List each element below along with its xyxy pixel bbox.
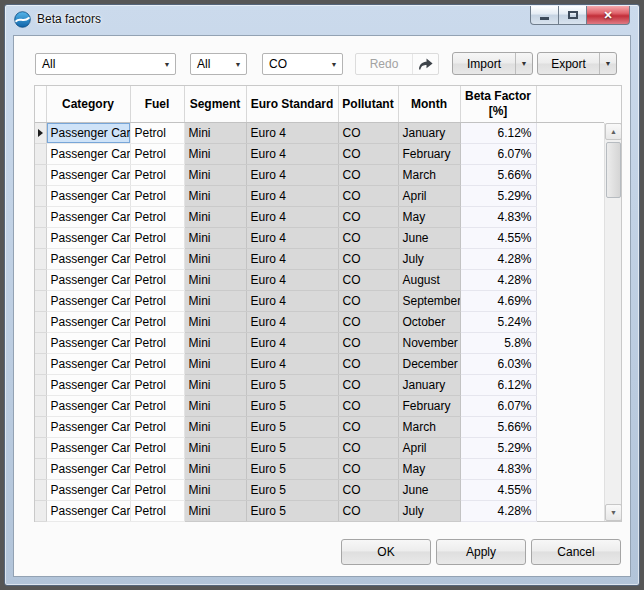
- row-indicator-cell[interactable]: [35, 248, 46, 269]
- grid-cell[interactable]: August: [398, 269, 460, 290]
- grid-cell[interactable]: Petrol: [130, 311, 184, 332]
- grid-cell[interactable]: Passenger Cars: [46, 248, 130, 269]
- row-indicator-cell[interactable]: [35, 164, 46, 185]
- grid-cell[interactable]: 4.83%: [460, 458, 536, 479]
- grid-cell[interactable]: Euro 4: [246, 164, 338, 185]
- grid-cell[interactable]: May: [398, 458, 460, 479]
- maximize-button[interactable]: [558, 6, 587, 25]
- grid-cell[interactable]: Euro 4: [246, 269, 338, 290]
- grid-cell[interactable]: Petrol: [130, 227, 184, 248]
- export-button[interactable]: Export ▼: [537, 52, 617, 75]
- row-indicator-cell[interactable]: [35, 290, 46, 311]
- grid-cell[interactable]: Mini: [184, 122, 246, 143]
- grid-cell[interactable]: Mini: [184, 206, 246, 227]
- grid-cell[interactable]: Petrol: [130, 143, 184, 164]
- cancel-button[interactable]: Cancel: [531, 539, 621, 565]
- grid-cell[interactable]: Petrol: [130, 248, 184, 269]
- grid-cell[interactable]: Petrol: [130, 374, 184, 395]
- grid-cell[interactable]: Mini: [184, 248, 246, 269]
- row-indicator-cell[interactable]: [35, 500, 46, 521]
- row-indicator-cell[interactable]: [35, 416, 46, 437]
- grid-cell[interactable]: Petrol: [130, 122, 184, 143]
- grid-cell[interactable]: Petrol: [130, 416, 184, 437]
- grid-cell[interactable]: Mini: [184, 374, 246, 395]
- grid-cell[interactable]: 4.83%: [460, 206, 536, 227]
- grid-cell[interactable]: December: [398, 353, 460, 374]
- grid-cell[interactable]: 6.07%: [460, 395, 536, 416]
- grid-cell[interactable]: Euro 4: [246, 311, 338, 332]
- row-indicator-cell[interactable]: [35, 437, 46, 458]
- grid-cell[interactable]: CO: [338, 122, 398, 143]
- grid-cell[interactable]: Petrol: [130, 332, 184, 353]
- grid-cell[interactable]: 6.03%: [460, 353, 536, 374]
- grid-cell[interactable]: April: [398, 437, 460, 458]
- grid-cell[interactable]: 4.55%: [460, 479, 536, 500]
- grid-cell[interactable]: Mini: [184, 164, 246, 185]
- ok-button[interactable]: OK: [341, 539, 431, 565]
- minimize-button[interactable]: [530, 6, 559, 25]
- grid-cell[interactable]: February: [398, 395, 460, 416]
- grid-cell[interactable]: Mini: [184, 353, 246, 374]
- grid-cell[interactable]: 4.28%: [460, 248, 536, 269]
- grid-cell[interactable]: Mini: [184, 269, 246, 290]
- grid-cell[interactable]: Euro 4: [246, 185, 338, 206]
- vertical-scrollbar[interactable]: ▲ ▼: [604, 123, 621, 521]
- grid-cell[interactable]: Petrol: [130, 395, 184, 416]
- grid-cell[interactable]: 4.28%: [460, 269, 536, 290]
- grid-cell[interactable]: Passenger Cars: [46, 269, 130, 290]
- grid-cell[interactable]: January: [398, 122, 460, 143]
- grid-cell[interactable]: CO: [338, 437, 398, 458]
- grid-cell[interactable]: CO: [338, 185, 398, 206]
- grid-cell[interactable]: Euro 4: [246, 353, 338, 374]
- grid-cell[interactable]: October: [398, 311, 460, 332]
- grid-cell[interactable]: Passenger Cars: [46, 122, 130, 143]
- grid-cell[interactable]: Mini: [184, 290, 246, 311]
- column-header-euro-standard[interactable]: Euro Standard: [246, 86, 338, 122]
- grid-cell[interactable]: Passenger Cars: [46, 311, 130, 332]
- grid-cell[interactable]: Passenger Cars: [46, 353, 130, 374]
- grid-cell[interactable]: Passenger Cars: [46, 458, 130, 479]
- grid-cell[interactable]: Euro 4: [246, 290, 338, 311]
- grid-cell[interactable]: Passenger Cars: [46, 437, 130, 458]
- row-indicator-cell[interactable]: [35, 479, 46, 500]
- grid-cell[interactable]: Passenger Cars: [46, 206, 130, 227]
- column-header-fuel[interactable]: Fuel: [130, 86, 184, 122]
- close-button[interactable]: ✕: [586, 6, 630, 25]
- grid-cell[interactable]: 6.12%: [460, 374, 536, 395]
- grid-cell[interactable]: Petrol: [130, 185, 184, 206]
- row-indicator-cell[interactable]: [35, 395, 46, 416]
- grid-cell[interactable]: Mini: [184, 458, 246, 479]
- grid-cell[interactable]: July: [398, 248, 460, 269]
- grid-cell[interactable]: CO: [338, 479, 398, 500]
- grid-cell[interactable]: Euro 4: [246, 143, 338, 164]
- grid-cell[interactable]: Mini: [184, 416, 246, 437]
- grid-cell[interactable]: Euro 4: [246, 332, 338, 353]
- grid-cell[interactable]: Euro 5: [246, 374, 338, 395]
- grid-cell[interactable]: Euro 4: [246, 248, 338, 269]
- grid-cell[interactable]: Mini: [184, 311, 246, 332]
- grid-cell[interactable]: 6.12%: [460, 122, 536, 143]
- grid-cell[interactable]: Petrol: [130, 206, 184, 227]
- grid-cell[interactable]: Petrol: [130, 458, 184, 479]
- grid-cell[interactable]: CO: [338, 143, 398, 164]
- grid-cell[interactable]: Petrol: [130, 290, 184, 311]
- row-indicator-cell[interactable]: [35, 122, 46, 143]
- grid-cell[interactable]: CO: [338, 374, 398, 395]
- grid-cell[interactable]: 5.8%: [460, 332, 536, 353]
- grid-cell[interactable]: CO: [338, 227, 398, 248]
- grid-cell[interactable]: Euro 5: [246, 416, 338, 437]
- row-indicator-cell[interactable]: [35, 206, 46, 227]
- grid-cell[interactable]: CO: [338, 353, 398, 374]
- grid-cell[interactable]: CO: [338, 269, 398, 290]
- grid-cell[interactable]: CO: [338, 248, 398, 269]
- grid-cell[interactable]: Euro 5: [246, 395, 338, 416]
- grid-cell[interactable]: September: [398, 290, 460, 311]
- grid-cell[interactable]: Mini: [184, 185, 246, 206]
- row-indicator-cell[interactable]: [35, 374, 46, 395]
- grid-cell[interactable]: CO: [338, 332, 398, 353]
- grid-cell[interactable]: March: [398, 416, 460, 437]
- scroll-up-button[interactable]: ▲: [605, 123, 622, 140]
- column-header-category[interactable]: Category: [46, 86, 130, 122]
- scroll-down-button[interactable]: ▼: [605, 504, 622, 521]
- scrollbar-thumb[interactable]: [606, 142, 621, 198]
